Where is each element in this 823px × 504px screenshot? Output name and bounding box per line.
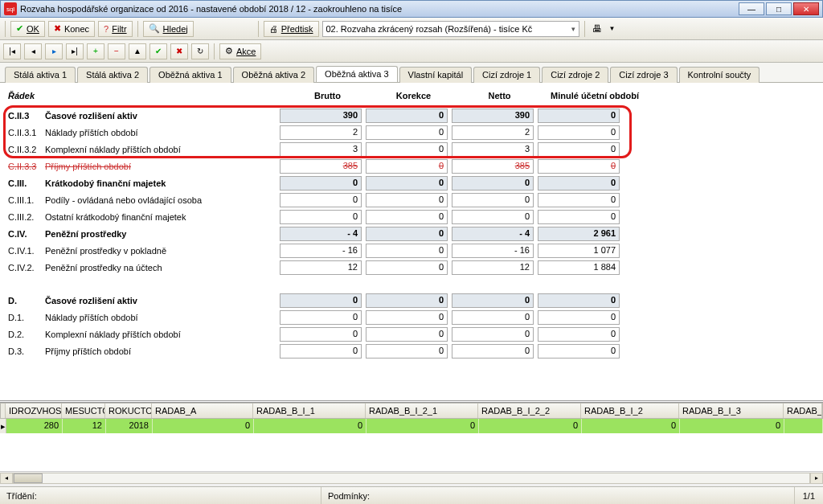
value-cell[interactable]: 0 xyxy=(366,227,448,241)
grid-col-header[interactable]: IDROZVHOSP xyxy=(6,404,62,418)
scroll-right[interactable]: ▸ xyxy=(810,473,823,484)
tab-kontrolni-soucty[interactable]: Kontrolní součty xyxy=(679,67,760,83)
grid-cell[interactable]: 0 xyxy=(680,419,784,433)
value-cell[interactable]: 0 xyxy=(280,210,362,224)
value-cell[interactable]: 0 xyxy=(366,142,448,157)
value-cell[interactable]: 390 xyxy=(452,109,534,123)
grid-col-header[interactable]: MESUCTO xyxy=(62,404,105,418)
value-cell[interactable]: 0 xyxy=(366,125,448,140)
tab-cizi-zdroje-1[interactable]: Cizí zdroje 1 xyxy=(473,67,540,83)
value-cell[interactable]: 0 xyxy=(280,293,362,308)
value-cell[interactable]: - 16 xyxy=(280,244,362,258)
value-cell[interactable]: - 4 xyxy=(280,227,362,241)
value-cell[interactable]: 0 xyxy=(366,244,448,258)
value-cell[interactable]: 0 xyxy=(538,344,620,359)
grid-col-header[interactable]: RADAB_B_I_4 xyxy=(784,404,822,418)
grid-col-header[interactable]: RADAB_B_I_2_1 xyxy=(366,404,478,418)
ok-button[interactable]: ✔OK xyxy=(10,21,45,37)
tab-obezna-aktiva-1[interactable]: Oběžná aktiva 1 xyxy=(149,67,231,83)
print-icon[interactable]: 🖶 xyxy=(590,22,604,36)
tab-obezna-aktiva-2[interactable]: Oběžná aktiva 2 xyxy=(233,67,315,83)
value-cell[interactable]: 0 xyxy=(538,109,620,123)
value-cell[interactable]: - 4 xyxy=(452,227,534,241)
grid-cell[interactable] xyxy=(784,419,823,433)
grid-cell[interactable]: 0 xyxy=(479,419,582,433)
nav-post[interactable]: ✔ xyxy=(149,43,167,59)
nav-first[interactable]: |◂ xyxy=(3,43,21,59)
value-cell[interactable]: - 16 xyxy=(452,244,534,258)
value-cell[interactable]: 0 xyxy=(366,210,448,224)
value-cell[interactable]: 0 xyxy=(366,293,448,308)
value-cell[interactable]: 0 xyxy=(280,327,362,342)
predtisk-combo[interactable]: 02. Rozvaha zkrácený rozsah (Rozšířená) … xyxy=(322,21,579,37)
value-cell[interactable]: 0 xyxy=(366,310,448,325)
grid-cell[interactable]: 0 xyxy=(254,419,366,433)
grid-col-header[interactable]: RADAB_B_I_1 xyxy=(253,404,366,418)
dropdown-icon[interactable]: ▼ xyxy=(609,25,616,32)
filtr-button[interactable]: ?Filtr xyxy=(98,21,132,37)
scroll-left[interactable]: ◂ xyxy=(0,473,13,484)
nav-cancel[interactable]: ✖ xyxy=(170,43,188,59)
value-cell[interactable]: 0 xyxy=(366,260,448,275)
value-cell[interactable]: 0 xyxy=(538,193,620,207)
value-cell[interactable]: 0 xyxy=(538,293,620,308)
value-cell[interactable]: 3 xyxy=(452,142,534,157)
grid-cell[interactable]: 2018 xyxy=(106,419,153,433)
value-cell[interactable]: 0 xyxy=(538,176,620,191)
value-cell[interactable]: 0 xyxy=(280,344,362,359)
value-cell[interactable]: 390 xyxy=(280,109,362,123)
value-cell[interactable]: 0 xyxy=(366,344,448,359)
value-cell[interactable]: 0 xyxy=(538,125,620,140)
nav-next[interactable]: ▸ xyxy=(45,43,63,59)
value-cell[interactable]: 0 xyxy=(538,142,620,157)
value-cell[interactable]: 0 xyxy=(538,159,620,174)
value-cell[interactable]: 0 xyxy=(538,327,620,342)
tab-stala-aktiva-1[interactable]: Stálá aktiva 1 xyxy=(5,67,76,83)
predtisk-button[interactable]: 🖨Předtisk xyxy=(264,21,319,37)
value-cell[interactable]: 0 xyxy=(366,193,448,207)
tab-cizi-zdroje-3[interactable]: Cizí zdroje 3 xyxy=(610,67,677,83)
value-cell[interactable]: 0 xyxy=(452,310,534,325)
grid-col-header[interactable]: RADAB_B_I_3 xyxy=(679,404,784,418)
nav-last[interactable]: ▸| xyxy=(66,43,84,59)
grid-col-header[interactable]: RADAB_B_I_2 xyxy=(581,404,679,418)
grid-col-header[interactable]: RADAB_A xyxy=(152,404,253,418)
value-cell[interactable]: 2 xyxy=(280,125,362,140)
tab-stala-aktiva-2[interactable]: Stálá aktiva 2 xyxy=(77,67,148,83)
value-cell[interactable]: 0 xyxy=(452,293,534,308)
konec-button[interactable]: ✖Konec xyxy=(48,21,95,37)
value-cell[interactable]: 2 961 xyxy=(538,227,620,241)
value-cell[interactable]: 0 xyxy=(452,210,534,224)
value-cell[interactable]: 0 xyxy=(280,176,362,191)
value-cell[interactable]: 0 xyxy=(366,327,448,342)
value-cell[interactable]: 0 xyxy=(538,210,620,224)
value-cell[interactable]: 385 xyxy=(280,159,362,174)
value-cell[interactable]: 3 xyxy=(280,142,362,157)
grid-cell[interactable]: 280 xyxy=(6,419,63,433)
value-cell[interactable]: 0 xyxy=(366,159,448,174)
minimize-button[interactable]: — xyxy=(739,2,764,15)
value-cell[interactable]: 0 xyxy=(280,310,362,325)
nav-del[interactable]: − xyxy=(108,43,125,59)
value-cell[interactable]: 0 xyxy=(452,193,534,207)
tab-vlastni-kapital[interactable]: Vlastní kapitál xyxy=(399,67,472,83)
nav-refresh[interactable]: ↻ xyxy=(191,43,209,59)
nav-edit[interactable]: ▲ xyxy=(129,43,146,59)
value-cell[interactable]: 12 xyxy=(280,260,362,275)
value-cell[interactable]: 0 xyxy=(366,176,448,191)
value-cell[interactable]: 385 xyxy=(452,159,534,174)
value-cell[interactable]: 0 xyxy=(452,344,534,359)
grid-cell[interactable]: 0 xyxy=(366,419,479,433)
scroll-thumb[interactable] xyxy=(14,473,43,483)
tab-cizi-zdroje-2[interactable]: Cizí zdroje 2 xyxy=(542,67,608,83)
nav-add[interactable]: + xyxy=(87,43,104,59)
grid-col-header[interactable]: RADAB_B_I_2_2 xyxy=(478,404,581,418)
horizontal-scrollbar[interactable]: ◂ ▸ xyxy=(0,471,823,484)
value-cell[interactable]: 0 xyxy=(280,193,362,207)
value-cell[interactable]: 0 xyxy=(452,327,534,342)
close-button[interactable]: ✕ xyxy=(793,2,819,15)
value-cell[interactable]: 1 884 xyxy=(538,260,620,275)
grid-cell[interactable]: 0 xyxy=(582,419,680,433)
grid-col-header[interactable]: ROKUCTO xyxy=(105,404,152,418)
tab-obezna-aktiva-3[interactable]: Oběžná aktiva 3 xyxy=(316,66,398,82)
